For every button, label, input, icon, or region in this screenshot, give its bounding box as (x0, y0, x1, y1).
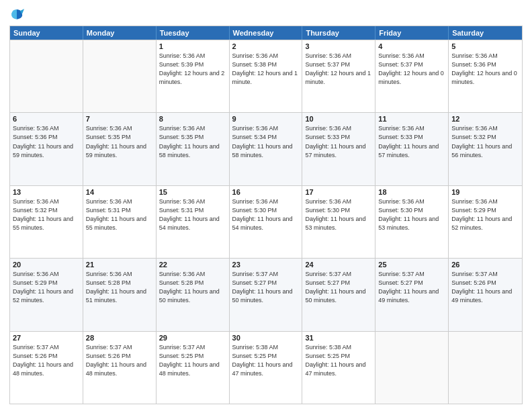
day-info: Sunrise: 5:36 AM Sunset: 5:38 PM Dayligh… (232, 52, 300, 87)
day-info: Sunrise: 5:36 AM Sunset: 5:37 PM Dayligh… (305, 52, 372, 87)
day-number: 23 (232, 261, 300, 269)
day-info: Sunrise: 5:37 AM Sunset: 5:27 PM Dayligh… (232, 270, 300, 305)
day-info: Sunrise: 5:36 AM Sunset: 5:36 PM Dayligh… (13, 124, 80, 159)
day-number: 25 (378, 261, 445, 269)
header-cell-sunday: Sunday (10, 26, 83, 40)
day-cell-18: 18Sunrise: 5:36 AM Sunset: 5:30 PM Dayli… (375, 186, 449, 258)
day-cell-5: 5Sunrise: 5:36 AM Sunset: 5:36 PM Daylig… (449, 40, 522, 112)
header-cell-friday: Friday (375, 26, 449, 40)
day-info: Sunrise: 5:37 AM Sunset: 5:26 PM Dayligh… (13, 343, 80, 378)
day-cell-8: 8Sunrise: 5:36 AM Sunset: 5:35 PM Daylig… (157, 113, 230, 185)
empty-cell (449, 332, 522, 404)
day-cell-13: 13Sunrise: 5:36 AM Sunset: 5:32 PM Dayli… (10, 186, 83, 258)
day-number: 12 (451, 115, 519, 123)
day-info: Sunrise: 5:37 AM Sunset: 5:25 PM Dayligh… (159, 343, 226, 378)
day-number: 28 (86, 334, 153, 342)
calendar-row: 13Sunrise: 5:36 AM Sunset: 5:32 PM Dayli… (10, 185, 522, 258)
day-info: Sunrise: 5:36 AM Sunset: 5:35 PM Dayligh… (159, 124, 226, 159)
day-info: Sunrise: 5:36 AM Sunset: 5:36 PM Dayligh… (451, 52, 519, 87)
calendar-row: 6Sunrise: 5:36 AM Sunset: 5:36 PM Daylig… (10, 112, 522, 185)
day-cell-9: 9Sunrise: 5:36 AM Sunset: 5:34 PM Daylig… (230, 113, 303, 185)
day-number: 22 (159, 261, 226, 269)
day-info: Sunrise: 5:36 AM Sunset: 5:35 PM Dayligh… (86, 124, 153, 159)
day-number: 27 (13, 334, 80, 342)
page-header (9, 7, 523, 21)
day-cell-4: 4Sunrise: 5:36 AM Sunset: 5:37 PM Daylig… (375, 40, 449, 112)
day-cell-20: 20Sunrise: 5:36 AM Sunset: 5:29 PM Dayli… (10, 259, 83, 330)
logo-icon (9, 7, 24, 21)
day-cell-1: 1Sunrise: 5:36 AM Sunset: 5:39 PM Daylig… (157, 40, 230, 112)
day-cell-23: 23Sunrise: 5:37 AM Sunset: 5:27 PM Dayli… (230, 259, 303, 330)
day-number: 29 (159, 334, 226, 342)
day-info: Sunrise: 5:36 AM Sunset: 5:32 PM Dayligh… (451, 124, 519, 159)
day-info: Sunrise: 5:37 AM Sunset: 5:26 PM Dayligh… (451, 270, 519, 305)
day-cell-17: 17Sunrise: 5:36 AM Sunset: 5:30 PM Dayli… (302, 186, 375, 258)
day-cell-7: 7Sunrise: 5:36 AM Sunset: 5:35 PM Daylig… (83, 113, 157, 185)
calendar: SundayMondayTuesdayWednesdayThursdayFrid… (9, 26, 523, 404)
day-number: 19 (451, 188, 519, 196)
day-info: Sunrise: 5:36 AM Sunset: 5:28 PM Dayligh… (159, 270, 226, 305)
day-info: Sunrise: 5:36 AM Sunset: 5:32 PM Dayligh… (13, 197, 80, 232)
empty-cell (83, 40, 157, 112)
day-info: Sunrise: 5:36 AM Sunset: 5:30 PM Dayligh… (378, 197, 445, 232)
day-cell-29: 29Sunrise: 5:37 AM Sunset: 5:25 PM Dayli… (157, 332, 230, 404)
day-number: 30 (232, 334, 300, 342)
empty-cell (10, 40, 83, 112)
header-cell-monday: Monday (83, 26, 157, 40)
day-info: Sunrise: 5:37 AM Sunset: 5:27 PM Dayligh… (305, 270, 372, 305)
day-info: Sunrise: 5:36 AM Sunset: 5:37 PM Dayligh… (378, 52, 445, 87)
day-cell-27: 27Sunrise: 5:37 AM Sunset: 5:26 PM Dayli… (10, 332, 83, 404)
day-number: 2 (232, 42, 300, 50)
day-cell-21: 21Sunrise: 5:36 AM Sunset: 5:28 PM Dayli… (83, 259, 157, 330)
calendar-row: 1Sunrise: 5:36 AM Sunset: 5:39 PM Daylig… (10, 40, 522, 112)
day-number: 11 (378, 115, 445, 123)
day-info: Sunrise: 5:36 AM Sunset: 5:29 PM Dayligh… (13, 270, 80, 305)
day-cell-25: 25Sunrise: 5:37 AM Sunset: 5:27 PM Dayli… (375, 259, 449, 330)
day-cell-16: 16Sunrise: 5:36 AM Sunset: 5:30 PM Dayli… (230, 186, 303, 258)
day-info: Sunrise: 5:36 AM Sunset: 5:30 PM Dayligh… (305, 197, 372, 232)
day-number: 26 (451, 261, 519, 269)
day-cell-10: 10Sunrise: 5:36 AM Sunset: 5:33 PM Dayli… (302, 113, 375, 185)
day-cell-12: 12Sunrise: 5:36 AM Sunset: 5:32 PM Dayli… (449, 113, 522, 185)
day-cell-15: 15Sunrise: 5:36 AM Sunset: 5:31 PM Dayli… (157, 186, 230, 258)
day-number: 10 (305, 115, 372, 123)
day-info: Sunrise: 5:36 AM Sunset: 5:39 PM Dayligh… (159, 52, 226, 87)
day-number: 5 (451, 42, 519, 50)
day-info: Sunrise: 5:36 AM Sunset: 5:28 PM Dayligh… (86, 270, 153, 305)
day-cell-31: 31Sunrise: 5:38 AM Sunset: 5:25 PM Dayli… (302, 332, 375, 404)
day-cell-6: 6Sunrise: 5:36 AM Sunset: 5:36 PM Daylig… (10, 113, 83, 185)
day-number: 17 (305, 188, 372, 196)
day-number: 9 (232, 115, 300, 123)
empty-cell (375, 332, 449, 404)
day-number: 13 (13, 188, 80, 196)
page-container: SundayMondayTuesdayWednesdayThursdayFrid… (0, 0, 532, 411)
header-cell-thursday: Thursday (302, 26, 375, 40)
day-cell-3: 3Sunrise: 5:36 AM Sunset: 5:37 PM Daylig… (302, 40, 375, 112)
day-cell-24: 24Sunrise: 5:37 AM Sunset: 5:27 PM Dayli… (302, 259, 375, 330)
day-number: 31 (305, 334, 372, 342)
calendar-row: 20Sunrise: 5:36 AM Sunset: 5:29 PM Dayli… (10, 258, 522, 330)
day-info: Sunrise: 5:36 AM Sunset: 5:33 PM Dayligh… (378, 124, 445, 159)
day-cell-22: 22Sunrise: 5:36 AM Sunset: 5:28 PM Dayli… (157, 259, 230, 330)
calendar-header: SundayMondayTuesdayWednesdayThursdayFrid… (10, 26, 522, 40)
day-cell-11: 11Sunrise: 5:36 AM Sunset: 5:33 PM Dayli… (375, 113, 449, 185)
day-info: Sunrise: 5:37 AM Sunset: 5:26 PM Dayligh… (86, 343, 153, 378)
header-cell-wednesday: Wednesday (230, 26, 303, 40)
header-cell-saturday: Saturday (449, 26, 522, 40)
day-info: Sunrise: 5:38 AM Sunset: 5:25 PM Dayligh… (305, 343, 372, 378)
day-info: Sunrise: 5:36 AM Sunset: 5:30 PM Dayligh… (232, 197, 300, 232)
day-info: Sunrise: 5:36 AM Sunset: 5:33 PM Dayligh… (305, 124, 372, 159)
day-info: Sunrise: 5:36 AM Sunset: 5:31 PM Dayligh… (159, 197, 226, 232)
day-number: 7 (86, 115, 153, 123)
day-cell-30: 30Sunrise: 5:38 AM Sunset: 5:25 PM Dayli… (230, 332, 303, 404)
day-number: 14 (86, 188, 153, 196)
day-info: Sunrise: 5:38 AM Sunset: 5:25 PM Dayligh… (232, 343, 300, 378)
day-cell-28: 28Sunrise: 5:37 AM Sunset: 5:26 PM Dayli… (83, 332, 157, 404)
day-number: 1 (159, 42, 226, 50)
day-info: Sunrise: 5:36 AM Sunset: 5:31 PM Dayligh… (86, 197, 153, 232)
calendar-row: 27Sunrise: 5:37 AM Sunset: 5:26 PM Dayli… (10, 331, 522, 404)
day-number: 20 (13, 261, 80, 269)
day-number: 16 (232, 188, 300, 196)
calendar-body: 1Sunrise: 5:36 AM Sunset: 5:39 PM Daylig… (10, 40, 522, 404)
day-number: 4 (378, 42, 445, 50)
